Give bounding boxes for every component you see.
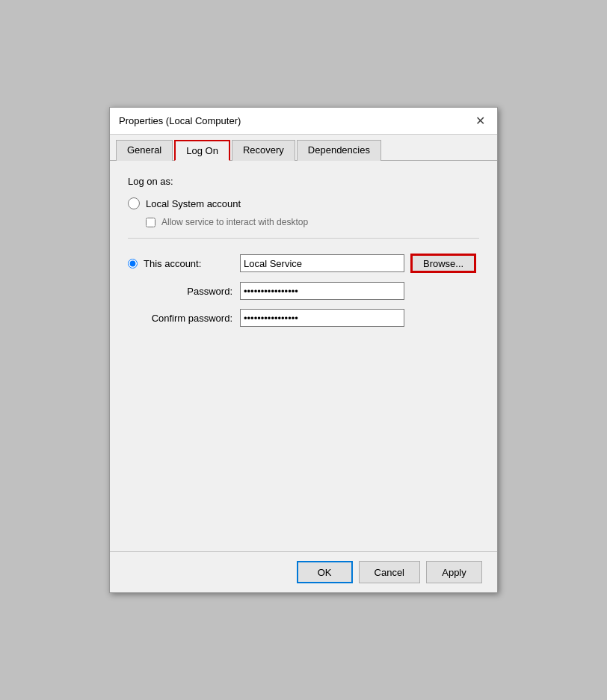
password-label: Password: — [187, 286, 232, 297]
account-input[interactable] — [240, 254, 404, 272]
cancel-button[interactable]: Cancel — [359, 561, 420, 583]
password-row: Password: — [128, 282, 479, 300]
this-account-field-group: Browse... — [240, 254, 479, 273]
password-field-group — [240, 282, 479, 300]
account-grid: This account: Browse... Password: — [128, 254, 479, 327]
tab-recovery[interactable]: Recovery — [232, 140, 295, 161]
radio-group: Local System account Allow service to in… — [128, 197, 479, 227]
logon-as-label: Log on as: — [128, 176, 479, 187]
confirm-password-field-group — [240, 309, 479, 327]
tab-dependencies[interactable]: Dependencies — [297, 140, 381, 161]
close-button[interactable]: ✕ — [472, 113, 488, 129]
this-account-radio[interactable] — [128, 259, 138, 268]
browse-button[interactable]: Browse... — [410, 254, 476, 273]
confirm-password-row: Confirm password: — [128, 309, 479, 327]
divider — [128, 238, 479, 239]
footer: OK Cancel Apply — [110, 551, 497, 592]
password-input[interactable] — [240, 282, 404, 300]
confirm-password-label: Confirm password: — [152, 313, 232, 324]
tab-general[interactable]: General — [116, 140, 173, 161]
title-bar: Properties (Local Computer) ✕ — [110, 108, 497, 135]
confirm-password-input[interactable] — [240, 309, 404, 327]
tab-bar: General Log On Recovery Dependencies — [110, 135, 497, 161]
local-system-radio[interactable] — [128, 197, 140, 209]
ok-button[interactable]: OK — [297, 561, 353, 583]
tab-logon[interactable]: Log On — [174, 140, 230, 161]
allow-service-row: Allow service to interact with desktop — [146, 217, 479, 227]
local-system-row: Local System account — [128, 197, 479, 209]
local-system-label: Local System account — [146, 198, 241, 209]
properties-dialog: Properties (Local Computer) ✕ General Lo… — [109, 107, 498, 593]
tab-content: Log on as: Local System account Allow se… — [110, 161, 497, 551]
this-account-label: This account: — [144, 258, 201, 269]
dialog-title: Properties (Local Computer) — [119, 115, 241, 126]
allow-service-label: Allow service to interact with desktop — [161, 217, 308, 227]
this-account-row: This account: Browse... — [128, 254, 479, 273]
allow-service-checkbox[interactable] — [146, 218, 155, 227]
apply-button[interactable]: Apply — [426, 561, 482, 583]
